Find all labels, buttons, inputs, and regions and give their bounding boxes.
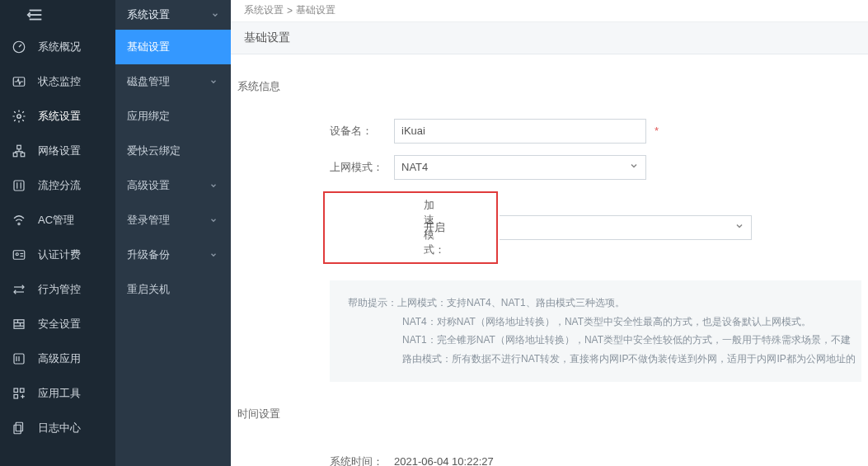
chevron-down-icon [209,216,218,224]
activity-icon [12,74,26,89]
nav-label: 日志中心 [38,421,81,435]
tip-line: NAT1：完全锥形NAT（网络地址转换），NAT类型中安全性较低的方式，一般用于… [348,331,843,350]
svg-rect-9 [21,153,25,157]
gear-icon [12,109,26,124]
accel-mode-label: 加速模式： [331,198,424,257]
nav-ac[interactable]: AC管理 [0,203,115,238]
net-mode-value: NAT4 [401,161,428,173]
nav-label: 安全设置 [38,317,81,332]
svg-point-6 [17,115,21,119]
breadcrumb: 系统设置 > 基础设置 [231,0,868,22]
network-icon [12,144,26,158]
id-icon [12,247,26,262]
submenu-item-label: 升级备份 [127,247,170,262]
nav-traffic[interactable]: 流控分流 [0,168,115,203]
submenu-item-label: 爱快云绑定 [127,144,181,158]
nav-label: 状态监控 [38,74,81,89]
svg-rect-29 [21,388,25,393]
submenu-item-label: 高级设置 [127,178,170,193]
nav-tools[interactable]: 应用工具 [0,376,115,411]
nav-label: 认证计费 [38,247,81,262]
breadcrumb-separator: > [287,5,293,16]
nav-label: 系统概况 [38,40,81,54]
svg-point-19 [16,253,18,256]
submenu-app-bind[interactable]: 应用绑定 [115,99,231,134]
nav-behavior[interactable]: 行为管控 [0,272,115,307]
svg-rect-33 [16,422,22,431]
submenu-upgrade[interactable]: 升级备份 [115,238,231,272]
device-name-input[interactable] [394,119,646,144]
nav-auth[interactable]: 认证计费 [0,238,115,272]
secondary-nav: 系统设置 基础设置 磁盘管理 应用绑定 爱快云绑定 高级设置 登录管理 升级备份 [115,0,231,466]
nav-label: 流控分流 [38,178,81,193]
sys-time-value: 2021-06-04 10:22:27 [394,455,646,466]
gauge-icon [12,40,26,54]
svg-rect-14 [14,181,24,191]
svg-line-4 [19,45,21,47]
sys-time-label: 系统时间： [237,454,394,466]
svg-rect-34 [14,425,21,434]
net-mode-label: 上网模式： [237,160,394,175]
tip-prefix: 帮助提示： [348,297,397,308]
main-pane: 系统设置 > 基础设置 基础设置 系统信息 设备名： * 上网模式： NAT4 [231,0,868,466]
submenu-item-label: 基础设置 [127,40,170,54]
required-indicator: * [655,125,659,137]
section-system-info: 系统信息 [237,79,861,94]
chevron-down-icon [734,221,744,233]
nav-network[interactable]: 网络设置 [0,134,115,168]
accel-mode-select[interactable] [500,215,752,240]
svg-rect-22 [14,320,24,329]
wifi-icon [12,213,26,228]
submenu-disk[interactable]: 磁盘管理 [115,64,231,99]
nav-label: 应用工具 [38,386,81,401]
svg-rect-18 [13,251,25,260]
section-time: 时间设置 [237,407,861,421]
nav-label: 行为管控 [38,282,81,297]
svg-rect-28 [14,388,18,393]
chevron-down-icon [209,78,218,86]
tip-line: 上网模式：支持NAT4、NAT1、路由模式三种选项。 [397,297,625,308]
tip-line: NAT4：对称NAT（网络地址转换），NAT类型中安全性最高的方式，也是设备默认… [348,313,843,332]
svg-rect-7 [17,145,21,149]
nav-overview[interactable]: 系统概况 [0,30,115,64]
device-name-label: 设备名： [237,124,394,139]
svg-point-17 [18,223,20,224]
submenu-item-label: 应用绑定 [127,109,170,124]
submenu-advanced[interactable]: 高级设置 [115,168,231,203]
svg-rect-8 [13,153,17,157]
nav-status[interactable]: 状态监控 [0,64,115,99]
sliders-icon [12,178,26,193]
page-title: 基础设置 [231,22,868,54]
help-tip-box: 帮助提示：上网模式：支持NAT4、NAT1、路由模式三种选项。 NAT4：对称N… [330,280,861,382]
nav-advanced[interactable]: 高级应用 [0,341,115,376]
chevron-down-icon [211,11,219,19]
primary-nav: 系统概况 状态监控 系统设置 网络设置 流控分流 AC管理 认证计费 行为管控 [0,0,115,466]
nav-system-settings[interactable]: 系统设置 [0,99,115,134]
submenu-item-label: 登录管理 [127,213,170,228]
submenu-item-label: 重启关机 [127,282,170,297]
submenu-login[interactable]: 登录管理 [115,203,231,238]
nav-label: AC管理 [38,213,74,228]
submenu-item-label: 磁盘管理 [127,74,170,89]
nav-security[interactable]: 安全设置 [0,307,115,341]
tip-line: 路由模式：所有数据不进行NAT转发，直接将内网IP不做伪装传送到外网，适用于内网… [348,350,843,369]
chevron-down-icon [209,251,218,259]
collapse-nav-button[interactable] [0,0,115,30]
chevron-down-icon [209,181,218,190]
breadcrumb-part: 基础设置 [296,3,335,17]
submenu-reboot[interactable]: 重启关机 [115,272,231,307]
accel-mode-value: 开启 [424,220,490,235]
net-mode-select[interactable]: NAT4 [394,155,646,180]
nav-logs[interactable]: 日志中心 [0,411,115,445]
apps-icon [12,386,26,401]
firewall-icon [12,317,26,332]
submenu-basic-settings[interactable]: 基础设置 [115,30,231,64]
swap-icon [12,282,26,297]
submenu-cloud-bind[interactable]: 爱快云绑定 [115,134,231,168]
breadcrumb-part[interactable]: 系统设置 [244,3,284,17]
copy-icon [12,421,26,435]
nav-label: 网络设置 [38,144,81,158]
nav-label: 高级应用 [38,351,81,366]
layers-icon [12,351,26,366]
svg-rect-30 [14,395,18,399]
